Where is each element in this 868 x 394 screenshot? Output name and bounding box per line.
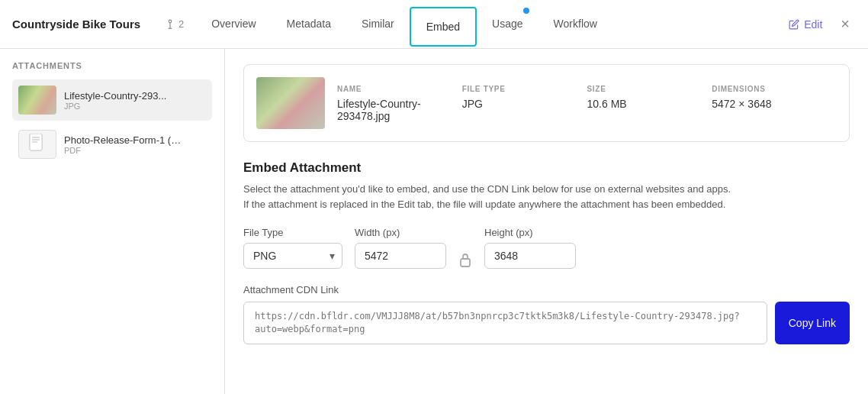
file-type-select[interactable]: PNG JPG WEBP Original: [243, 243, 342, 269]
embed-title: Embed Attachment: [243, 160, 850, 176]
attachment-thumb-2: [18, 130, 56, 159]
tab-embed[interactable]: Embed: [410, 7, 477, 47]
attachment-info-2: Photo-Release-Form-1 (… PDF: [64, 134, 181, 155]
tab-similar[interactable]: Similar: [346, 0, 410, 49]
file-dimensions-value: 5472 × 3648: [712, 98, 837, 110]
attachments-section-title: ATTACHMENTS: [12, 61, 212, 70]
main-layout: ATTACHMENTS Lifestyle-Country-293... JPG: [0, 49, 868, 394]
attachment-name-1: Lifestyle-Country-293...: [64, 90, 166, 102]
tab-overview[interactable]: Overview: [196, 0, 271, 49]
svg-rect-8: [461, 259, 470, 266]
file-col-size: SIZE 10.6 MB: [587, 85, 712, 122]
tab-workflow[interactable]: Workflow: [538, 0, 612, 49]
attachment-type-2: PDF: [64, 146, 181, 155]
attachment-type-1: JPG: [64, 102, 166, 111]
height-input[interactable]: [484, 243, 576, 269]
header: Countryside Bike Tours 2 Overview Metada…: [0, 0, 868, 49]
file-type-header: FILE TYPE: [462, 85, 587, 93]
file-preview-image: [256, 77, 325, 129]
edit-label: Edit: [804, 18, 822, 31]
attachment-thumb-1: [18, 86, 56, 115]
tab-metadata[interactable]: Metadata: [272, 0, 346, 49]
pin-icon: [165, 19, 175, 30]
edit-button[interactable]: Edit: [776, 18, 834, 31]
close-button[interactable]: ×: [834, 15, 856, 33]
pin-count: 2: [165, 18, 184, 30]
file-info-table: NAME Lifestyle-Country-293478.jpg FILE T…: [243, 64, 850, 142]
file-size-header: SIZE: [587, 85, 712, 93]
height-group: Height (px): [484, 227, 576, 269]
tab-usage[interactable]: Usage: [477, 0, 538, 49]
file-info-cols: NAME Lifestyle-Country-293478.jpg FILE T…: [337, 85, 837, 122]
svg-point-0: [169, 20, 172, 23]
file-col-dimensions: DIMENSIONS 5472 × 3648: [712, 85, 837, 122]
file-col-type: FILE TYPE JPG: [462, 85, 587, 122]
width-input[interactable]: [355, 243, 446, 269]
list-item[interactable]: Photo-Release-Form-1 (… PDF: [12, 124, 212, 165]
file-size-value: 10.6 MB: [587, 98, 712, 110]
lock-icon: [458, 252, 472, 269]
file-type-select-wrapper: PNG JPG WEBP Original ▾: [243, 243, 342, 269]
embed-form-row: File Type PNG JPG WEBP Original ▾ Width …: [243, 227, 850, 269]
copy-link-button[interactable]: Copy Link: [775, 302, 850, 344]
file-type-label: File Type: [243, 227, 342, 238]
attachment-info-1: Lifestyle-Country-293... JPG: [64, 90, 166, 111]
width-label: Width (px): [355, 227, 446, 238]
cdn-row: Copy Link: [243, 302, 850, 344]
height-label: Height (px): [484, 227, 576, 238]
cdn-url-input[interactable]: [243, 302, 767, 344]
sidebar: ATTACHMENTS Lifestyle-Country-293... JPG: [0, 49, 225, 394]
file-col-name: NAME Lifestyle-Country-293478.jpg: [337, 85, 462, 122]
file-type-value: JPG: [462, 98, 587, 110]
content-area: NAME Lifestyle-Country-293478.jpg FILE T…: [225, 49, 868, 394]
usage-dot: [523, 8, 529, 14]
cdn-label: Attachment CDN Link: [243, 284, 850, 296]
list-item[interactable]: Lifestyle-Country-293... JPG: [12, 79, 212, 121]
file-name-value: Lifestyle-Country-293478.jpg: [337, 98, 462, 122]
file-name-header: NAME: [337, 85, 462, 93]
attachment-name-2: Photo-Release-Form-1 (…: [64, 134, 181, 146]
edit-icon: [789, 19, 799, 30]
width-group: Width (px): [355, 227, 446, 269]
embed-description: Select the attachment you'd like to embe…: [243, 182, 850, 212]
page-title: Countryside Bike Tours: [12, 18, 165, 31]
tab-bar: Overview Metadata Similar Embed Usage Wo…: [196, 0, 776, 49]
pdf-icon: [28, 134, 47, 155]
file-dimensions-header: DIMENSIONS: [712, 85, 837, 93]
file-type-group: File Type PNG JPG WEBP Original ▾: [243, 227, 342, 269]
